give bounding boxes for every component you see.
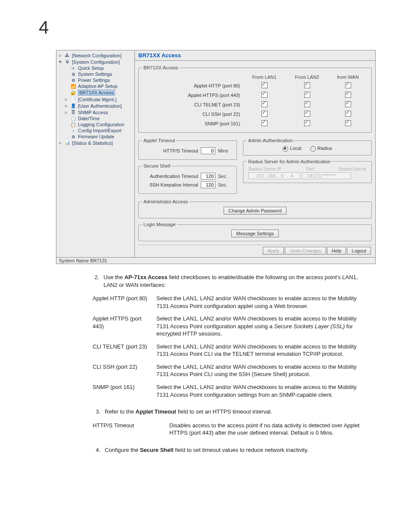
log-icon: 📋 xyxy=(70,122,76,127)
undo-changes-button[interactable]: Undo Changes xyxy=(285,247,326,255)
row-ssh-label: CLI SSH (port 22) xyxy=(143,110,243,118)
radio-local[interactable]: Local xyxy=(283,146,301,152)
checkbox-snmp-lan1[interactable] xyxy=(262,120,268,126)
row-https-label: Applet HTTPS (port 443) xyxy=(143,91,243,100)
checkbox-ssh-wan[interactable] xyxy=(345,111,351,117)
tree-system-config[interactable]: ▾ ⚙ [System Configuration] xyxy=(58,59,134,65)
legend-applet-timeout: Applet Timeout xyxy=(142,138,176,143)
expander-icon[interactable]: ▹ xyxy=(64,109,68,115)
checkbox-https-lan2[interactable] xyxy=(304,92,310,98)
desc-http-key: Applet HTTP (port 80) xyxy=(93,292,156,312)
ssh-keepalive-input[interactable] xyxy=(201,181,215,188)
checkbox-https-lan1[interactable] xyxy=(262,92,268,98)
user-icon: 👤 xyxy=(70,103,76,109)
network-icon: 🖧 xyxy=(64,53,70,58)
tree-status-stats[interactable]: ▹ 📊 [Status & Statistics] xyxy=(58,140,134,146)
tree-firmware[interactable]: ⚙ Firmware Update xyxy=(58,134,134,140)
auth-timeout-input[interactable] xyxy=(201,173,215,180)
gear-icon: ⚙ xyxy=(70,72,76,77)
row-telnet-label: CLI TELNET (port 23) xyxy=(143,100,243,109)
radius-ip-header: Radius Server IP xyxy=(249,167,281,171)
desc-snmp-val: Select the LAN1, LAN2 and/or WAN checkbo… xyxy=(156,381,373,401)
ssh-keepalive-label: SSH Keepalive Interval xyxy=(142,182,198,187)
tree-snmp-access[interactable]: ▹ 🗄 SNMP Access xyxy=(58,109,134,115)
desc-telnet-val: Select the LAN1, LAN2 and/or WAN checkbo… xyxy=(156,340,373,361)
tree-power-settings[interactable]: ⚙ Power Settings xyxy=(58,77,134,83)
auth-timeout-unit: Sec. xyxy=(218,174,227,179)
chart-icon: 📊 xyxy=(64,140,70,146)
desc-ssh-key: CLI SSH (port 22) xyxy=(93,361,156,381)
clock-icon: 🕓 xyxy=(70,116,76,121)
checkbox-ssh-lan2[interactable] xyxy=(304,111,310,117)
expander-icon[interactable]: ▹ xyxy=(64,96,68,102)
expander-icon[interactable]: ▾ xyxy=(58,59,62,65)
tree-date-time[interactable]: 🕓 Date/Time xyxy=(58,115,134,121)
checkbox-telnet-lan1[interactable] xyxy=(262,101,268,107)
desc-https-timeout-val: Disables access to the access point if n… xyxy=(169,419,373,439)
checkbox-http-lan2[interactable] xyxy=(304,82,310,88)
nav-tree: ▹ 🖧 [Network Configuration] ▾ ⚙ [System … xyxy=(56,50,135,257)
checkbox-ssh-lan1[interactable] xyxy=(262,111,268,117)
checkbox-snmp-lan2[interactable] xyxy=(304,120,310,126)
https-timeout-input[interactable] xyxy=(201,147,215,154)
tree-adaptive-ap[interactable]: 📶 Adaptive AP Setup xyxy=(58,83,134,89)
fieldset-admin-access: Administrator Access Change Admin Passwo… xyxy=(138,199,372,218)
fieldset-applet-timeout: Applet Timeout HTTP/S Timeout Mins xyxy=(138,138,237,160)
legend-login-message: Login Message xyxy=(142,222,177,227)
tree-br71xx-access[interactable]: 🔐 BR71XX Access xyxy=(58,89,134,96)
col-lan1: From LAN1 xyxy=(243,74,285,81)
row-snmp-label: SNMP (port 161) xyxy=(143,119,243,128)
radius-secret-input xyxy=(321,172,351,179)
legend-secure-shell: Secure Shell xyxy=(142,163,171,168)
checkbox-http-lan1[interactable] xyxy=(262,82,268,88)
desc-telnet-key: CLI TELNET (port 23) xyxy=(93,340,156,361)
cert-icon: 📄 xyxy=(70,97,76,102)
snmp-icon: 🗄 xyxy=(70,110,76,115)
apply-button[interactable]: Apply xyxy=(263,247,284,255)
page-number: 4 xyxy=(39,17,377,38)
doc-body: 2. Use the AP-71xx Access field checkbox… xyxy=(93,274,373,454)
expander-icon[interactable]: ▹ xyxy=(58,140,62,146)
fieldset-access: BR71XX Access From LAN1 From LAN2 from W… xyxy=(138,65,372,133)
expander-icon[interactable]: ▹ xyxy=(58,53,62,58)
gear-icon: ⚙ xyxy=(64,59,70,65)
checkbox-telnet-wan[interactable] xyxy=(345,101,351,107)
radio-radius[interactable]: Radius xyxy=(310,146,332,152)
https-timeout-unit: Mins xyxy=(218,148,228,153)
fieldset-secure-shell: Secure Shell Authentication Timeout Sec.… xyxy=(138,163,237,194)
checkbox-http-wan[interactable] xyxy=(345,82,351,88)
change-admin-password-button[interactable]: Change Admin Password xyxy=(224,207,286,215)
desc-https-timeout-key: HTTP/S Timeout xyxy=(93,419,169,439)
col-lan2: From LAN2 xyxy=(286,74,328,81)
fieldset-admin-auth: Admin Authentication Local Radius xyxy=(243,138,372,156)
help-button[interactable]: Help xyxy=(327,247,346,255)
legend-admin-auth: Admin Authentication xyxy=(247,138,294,143)
ssh-keepalive-unit: Sec. xyxy=(218,182,227,187)
arrow-icon: ➪ xyxy=(70,65,76,71)
row-http-label: Applet HTTP (port 80) xyxy=(143,81,243,90)
checkbox-https-wan[interactable] xyxy=(345,92,351,98)
gear-icon: ⚙ xyxy=(70,78,76,83)
timeout-description-table: HTTP/S Timeout Disables access to the ac… xyxy=(93,419,373,439)
step-2: 2. Use the AP-71xx Access field checkbox… xyxy=(93,274,373,289)
tree-user-auth[interactable]: ▹ 👤 [User Authentication] xyxy=(58,103,134,109)
logout-button[interactable]: Logout xyxy=(347,247,371,255)
message-settings-button[interactable]: Message Settings xyxy=(231,230,278,237)
import-export-icon: ↕ xyxy=(70,128,76,133)
checkbox-telnet-lan2[interactable] xyxy=(304,101,310,107)
desc-snmp-key: SNMP (port 161) xyxy=(93,381,156,401)
radius-port-header: Port xyxy=(306,167,314,171)
tree-cert-mgmt[interactable]: ▹ 📄 [Certificate Mgmt.] xyxy=(58,96,134,103)
desc-https-key: Applet HTTPS (port 443) xyxy=(93,312,156,340)
tree-system-settings[interactable]: ⚙ System Settings xyxy=(58,71,134,77)
tree-logging[interactable]: 📋 Logging Configuration xyxy=(58,121,134,128)
tree-network-config[interactable]: ▹ 🖧 [Network Configuration] xyxy=(58,52,134,59)
tree-quick-setup[interactable]: ➪ Quick Setup xyxy=(58,65,134,71)
expander-icon[interactable]: ▹ xyxy=(64,103,68,109)
lock-icon: 🔐 xyxy=(70,90,76,95)
gear-icon: ⚙ xyxy=(70,134,76,139)
desc-http-val: Select the LAN1, LAN2 and/or WAN checkbo… xyxy=(156,292,373,312)
tree-config-io[interactable]: ↕ Config Import/Export xyxy=(58,128,134,134)
checkbox-snmp-wan[interactable] xyxy=(345,120,351,126)
access-description-table: Applet HTTP (port 80) Select the LAN1, L… xyxy=(93,292,373,401)
